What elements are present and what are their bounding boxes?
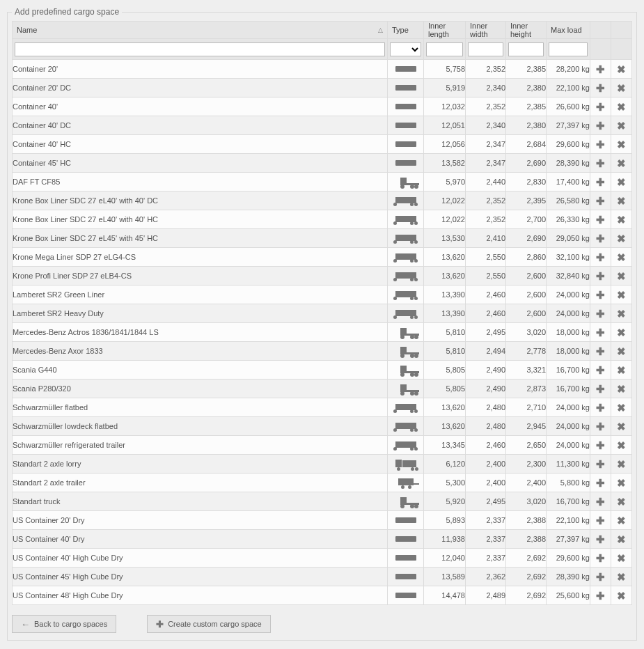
add-row-button[interactable]: ✚ [596, 158, 605, 169]
remove-row-button[interactable]: ✖ [617, 308, 626, 319]
cell-height: 2,684 [506, 135, 547, 154]
remove-row-button[interactable]: ✖ [617, 327, 626, 338]
container-icon [395, 66, 416, 72]
footer-bar: ← Back to cargo spaces ✚ Create custom c… [12, 615, 632, 633]
add-row-button[interactable]: ✚ [596, 102, 605, 112]
filter-maxload-input[interactable] [549, 42, 588, 56]
add-row-button[interactable]: ✚ [596, 365, 605, 375]
cell-maxload: 16,700 kg [547, 492, 590, 511]
add-row-button[interactable]: ✚ [596, 214, 605, 225]
col-header-inner-length[interactable]: Inner length [424, 22, 466, 39]
cell-type [388, 492, 424, 511]
cell-height: 2,692 [506, 586, 547, 605]
table-row: US Container 40' High Cube Dry12,0402,33… [13, 549, 632, 568]
remove-row-button[interactable]: ✖ [617, 120, 626, 131]
remove-row-button[interactable]: ✖ [617, 102, 626, 112]
add-row-button[interactable]: ✚ [596, 252, 605, 263]
add-row-button[interactable]: ✚ [596, 139, 605, 150]
cell-height: 3,020 [506, 323, 547, 342]
remove-row-button[interactable]: ✖ [617, 440, 626, 451]
remove-row-button[interactable]: ✖ [617, 158, 626, 169]
filter-width-input[interactable] [468, 42, 503, 56]
add-row-button[interactable]: ✚ [596, 290, 605, 300]
cell-name: US Container 40' High Cube Dry [13, 549, 388, 568]
remove-row-button[interactable]: ✖ [617, 591, 626, 601]
back-to-cargo-spaces-button[interactable]: ← Back to cargo spaces [12, 615, 116, 633]
container-icon [395, 141, 416, 147]
remove-row-button[interactable]: ✖ [617, 271, 626, 281]
table-row: DAF FT CF855,9702,4402,83017,400 kg✚✖ [13, 173, 632, 191]
cell-type [388, 455, 424, 474]
filter-length-input[interactable] [426, 42, 463, 56]
col-header-max-load[interactable]: Max load [547, 22, 590, 39]
table-row: Scania G4405,8052,4903,32116,700 kg✚✖ [13, 361, 632, 380]
remove-row-button[interactable]: ✖ [617, 64, 626, 75]
add-row-button[interactable]: ✚ [596, 83, 605, 93]
cell-length: 5,300 [424, 474, 466, 492]
add-row-button[interactable]: ✚ [596, 177, 605, 187]
cell-name: DAF FT CF85 [13, 173, 388, 191]
remove-row-button[interactable]: ✖ [617, 515, 626, 526]
remove-row-button[interactable]: ✖ [617, 346, 626, 357]
remove-row-button[interactable]: ✖ [617, 83, 626, 93]
add-row-button[interactable]: ✚ [596, 64, 605, 75]
filter-type-select[interactable] [390, 42, 421, 56]
cell-name: Schwarzmüller refrigerated trailer [13, 436, 388, 455]
col-header-type[interactable]: Type [388, 22, 424, 39]
filter-name-input[interactable] [15, 42, 385, 56]
cell-length: 5,810 [424, 323, 466, 342]
col-header-name[interactable]: Name △ [13, 22, 388, 39]
remove-row-button[interactable]: ✖ [617, 214, 626, 225]
remove-row-button[interactable]: ✖ [617, 421, 626, 432]
remove-row-button[interactable]: ✖ [617, 196, 626, 206]
remove-row-button[interactable]: ✖ [617, 365, 626, 375]
cell-height: 2,860 [506, 248, 547, 267]
add-row-button[interactable]: ✚ [596, 515, 605, 526]
remove-row-button[interactable]: ✖ [617, 478, 626, 488]
add-row-button[interactable]: ✚ [596, 591, 605, 601]
cell-width: 2,352 [466, 60, 506, 79]
remove-row-button[interactable]: ✖ [617, 233, 626, 244]
remove-row-button[interactable]: ✖ [617, 496, 626, 507]
create-custom-cargo-space-button[interactable]: ✚ Create custom cargo space [147, 615, 271, 633]
remove-row-button[interactable]: ✖ [617, 402, 626, 413]
cell-type [388, 586, 424, 605]
cell-height: 2,700 [506, 210, 547, 229]
add-row-button[interactable]: ✚ [596, 572, 605, 582]
add-row-button[interactable]: ✚ [596, 478, 605, 488]
cell-maxload: 27,397 kg [547, 116, 590, 135]
cell-length: 13,620 [424, 398, 466, 417]
add-row-button[interactable]: ✚ [596, 327, 605, 338]
add-row-button[interactable]: ✚ [596, 196, 605, 206]
remove-row-button[interactable]: ✖ [617, 572, 626, 582]
add-row-button[interactable]: ✚ [596, 402, 605, 413]
remove-row-button[interactable]: ✖ [617, 177, 626, 187]
remove-row-button[interactable]: ✖ [617, 139, 626, 150]
remove-row-button[interactable]: ✖ [617, 553, 626, 563]
add-row-button[interactable]: ✚ [596, 440, 605, 451]
add-row-button[interactable]: ✚ [596, 421, 605, 432]
add-row-button[interactable]: ✚ [596, 233, 605, 244]
semi-trailer-icon [395, 197, 416, 203]
remove-row-button[interactable]: ✖ [617, 534, 626, 545]
remove-row-button[interactable]: ✖ [617, 384, 626, 394]
add-row-button[interactable]: ✚ [596, 534, 605, 545]
col-header-inner-width[interactable]: Inner width [466, 22, 506, 39]
col-header-inner-height[interactable]: Inner height [506, 22, 547, 39]
col-header-name-label: Name [17, 26, 37, 34]
cell-type [388, 210, 424, 229]
remove-row-button[interactable]: ✖ [617, 459, 626, 469]
add-row-button[interactable]: ✚ [596, 384, 605, 394]
add-row-button[interactable]: ✚ [596, 271, 605, 281]
add-row-button[interactable]: ✚ [596, 308, 605, 319]
cell-length: 13,620 [424, 267, 466, 286]
filter-height-input[interactable] [508, 42, 544, 56]
add-row-button[interactable]: ✚ [596, 459, 605, 469]
add-row-button[interactable]: ✚ [596, 496, 605, 507]
add-row-button[interactable]: ✚ [596, 346, 605, 357]
remove-row-button[interactable]: ✖ [617, 252, 626, 263]
add-row-button[interactable]: ✚ [596, 553, 605, 563]
add-row-button[interactable]: ✚ [596, 120, 605, 131]
remove-row-button[interactable]: ✖ [617, 290, 626, 300]
cell-length: 5,805 [424, 361, 466, 380]
